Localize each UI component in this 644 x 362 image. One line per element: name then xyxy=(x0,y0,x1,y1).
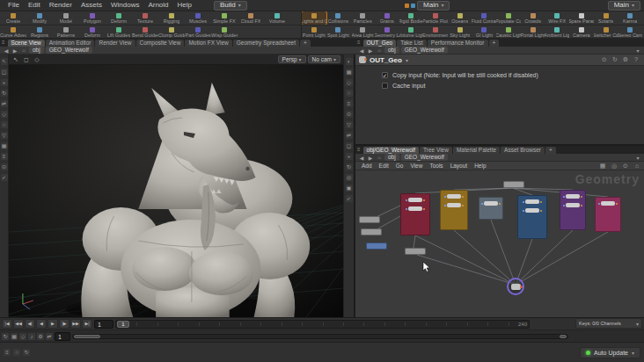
shelf-tool-texture[interactable]: Texture xyxy=(132,11,158,25)
move-tool-icon[interactable]: + xyxy=(1,79,8,86)
snap-icon[interactable]: ◇ xyxy=(33,56,41,63)
shelf-tool-wisp-guides[interactable]: Wisp Guides xyxy=(211,25,238,38)
shelf-tool-gi-light[interactable]: GI Light xyxy=(472,25,496,38)
cook-mode-dropdown[interactable]: Auto Update ▾ xyxy=(580,347,640,358)
shelf-tool-part-guides[interactable]: Part Guides xyxy=(185,25,211,38)
range-slider[interactable] xyxy=(72,334,568,339)
handles-tool-icon[interactable]: ◇ xyxy=(1,111,8,118)
shelf-tool-deform[interactable]: Deform xyxy=(79,25,106,38)
select-mode-icon[interactable]: ↖ xyxy=(11,56,20,63)
tab-scene-view[interactable]: Scene View xyxy=(8,40,45,47)
node-pill[interactable] xyxy=(566,194,580,199)
node-pill[interactable] xyxy=(484,201,498,206)
node-pill[interactable] xyxy=(408,198,422,202)
chevron-down-icon[interactable]: ▾ xyxy=(634,155,641,161)
frame-all-icon[interactable]: ◎ xyxy=(610,163,618,170)
menu-arnold[interactable]: Arnold xyxy=(143,0,172,11)
network-menu-go[interactable]: Go xyxy=(392,163,407,169)
timeline-track[interactable]: 1 240 xyxy=(115,320,530,329)
playbar-settings-icon[interactable]: ⚙ xyxy=(37,333,44,340)
shelf-tool-stereo-camera[interactable]: Stereo Camera xyxy=(618,25,642,38)
shelf-tool-polygon[interactable]: Polygon xyxy=(79,11,106,25)
snap-toggle-icon[interactable]: ▽ xyxy=(1,132,8,139)
construction-plane-icon[interactable]: ▦ xyxy=(1,142,8,149)
select-tool-icon[interactable]: ↖ xyxy=(1,58,8,65)
chevron-down-icon[interactable]: ▾ xyxy=(406,57,408,63)
camera-lock-icon[interactable]: ◎ xyxy=(346,174,353,181)
shelf-tool-oceans[interactable]: Oceans xyxy=(448,11,472,25)
tab-[interactable]: + xyxy=(300,40,311,47)
back-icon[interactable]: ◀ xyxy=(358,47,365,54)
menu-file[interactable]: File xyxy=(4,0,24,11)
forward-icon[interactable]: ▶ xyxy=(367,155,374,161)
shelf-tool-spare-parameters[interactable]: Spare Parameters xyxy=(569,11,594,25)
pin-icon[interactable]: ⊙ xyxy=(600,56,609,63)
pivot-icon[interactable]: ⊙ xyxy=(1,163,8,170)
pane-menu-icon[interactable]: ≡ xyxy=(357,39,361,47)
tab-performance-monitor[interactable]: Performance Monitor xyxy=(428,40,488,47)
tab-motion-fx-view[interactable]: Motion FX View xyxy=(185,40,231,47)
breadcrumb-geo-werewolf[interactable]: GEO_Werewolf xyxy=(46,47,92,54)
sim-cache-icon[interactable]: ▦ xyxy=(11,333,18,340)
shelf-tool-point-light[interactable]: Point Light xyxy=(302,25,326,38)
snap-grid-icon[interactable]: ▦ xyxy=(598,163,607,170)
grid-toggle-icon[interactable]: ▣ xyxy=(346,185,353,192)
menu-edit[interactable]: Edit xyxy=(24,0,45,11)
shelf-tool-curve-advect[interactable]: Curve Advect xyxy=(0,25,26,38)
network-box-magenta[interactable] xyxy=(595,197,621,232)
network-camera-icon[interactable]: ⊙ xyxy=(621,163,630,170)
viewport-canvas[interactable] xyxy=(9,65,343,317)
radial-menu-selector[interactable]: Main ▾ xyxy=(417,1,450,11)
shelf-tool-particle-fluids[interactable]: Particle Fluids xyxy=(423,11,448,25)
shelf-tool-sky-light[interactable]: Sky Light xyxy=(448,25,472,38)
status-info-icon[interactable]: ○ xyxy=(13,349,20,356)
help-icon[interactable]: ? xyxy=(632,56,640,63)
tab-composite-view[interactable]: Composite View xyxy=(136,40,185,47)
shelf-tool-ambient-light[interactable]: Ambient Light xyxy=(545,25,569,38)
tab-render-view[interactable]: Render View xyxy=(95,40,135,47)
breadcrumb-obj[interactable]: obj xyxy=(384,47,399,54)
persp-view-button[interactable]: Persp ▾ xyxy=(278,55,306,63)
menu-icon[interactable]: ≡ xyxy=(1,153,8,160)
mirror-toggle-icon[interactable]: ⇄ xyxy=(346,132,353,139)
shelf-tool-volume[interactable]: Volume xyxy=(264,11,290,25)
network-box-gold[interactable] xyxy=(440,190,468,230)
shelf-tool-grains[interactable]: Grains xyxy=(375,11,399,25)
node-pill[interactable] xyxy=(525,199,539,204)
current-frame-field[interactable]: 1 xyxy=(94,320,113,329)
pose-tool-icon[interactable]: ○ xyxy=(1,121,8,128)
shelf-tool-simple-fx[interactable]: Simple FX xyxy=(211,11,238,25)
camera-select-button[interactable]: No cam ▾ xyxy=(308,55,340,63)
shelf-tool-collisions[interactable]: Collisions xyxy=(326,11,351,25)
shading-mode-icon[interactable]: ◐ xyxy=(346,58,353,65)
shelf-tool-solaris[interactable]: Solaris xyxy=(594,11,618,25)
network-menu-view[interactable]: View xyxy=(406,163,426,169)
next-key-button[interactable]: |▶ xyxy=(59,319,70,329)
small-node-0[interactable] xyxy=(359,216,380,223)
secure-selection-icon[interactable]: ◻ xyxy=(22,56,31,63)
shelf-tool-model[interactable]: Model xyxy=(53,11,79,25)
network-menu-help[interactable]: Help xyxy=(471,163,489,169)
node-pill[interactable] xyxy=(447,194,461,199)
realtime-toggle-icon[interactable]: ↻ xyxy=(2,333,9,340)
pane-menu-icon[interactable]: ≡ xyxy=(2,39,5,47)
home-icon[interactable]: ⌂ xyxy=(376,47,383,53)
shelf-tool-camera[interactable]: Camera xyxy=(569,25,594,38)
recook-icon[interactable]: ↻ xyxy=(611,56,619,63)
jump-end-button[interactable]: ▶| xyxy=(82,319,92,329)
shelf-tool-particles[interactable]: Particles xyxy=(350,11,375,25)
network-box-red[interactable] xyxy=(400,193,430,235)
audio-icon[interactable]: ♪ xyxy=(28,333,35,340)
shelf-tool-bend-guides[interactable]: Bend Guides xyxy=(132,25,158,38)
menu-assets[interactable]: Assets xyxy=(77,0,106,11)
network-home-icon[interactable]: ⌂ xyxy=(633,163,641,170)
gear-icon[interactable]: ⚙ xyxy=(621,56,630,63)
shelf-tool-environment-light[interactable]: Environment Light xyxy=(423,25,448,38)
range-end-handle[interactable] xyxy=(560,335,567,338)
back-icon[interactable]: ◀ xyxy=(358,155,365,161)
shelf-tool-geometry-light[interactable]: Geometry Light xyxy=(375,25,399,38)
shelf-tool-patterns[interactable]: Patterns xyxy=(53,25,79,38)
desktop-selector[interactable]: Build ▾ xyxy=(214,1,247,11)
wireframe-toggle-icon[interactable]: ▦ xyxy=(346,69,353,76)
shelf-tool-lights-and-cameras[interactable]: Lights and Cameras xyxy=(302,11,326,25)
